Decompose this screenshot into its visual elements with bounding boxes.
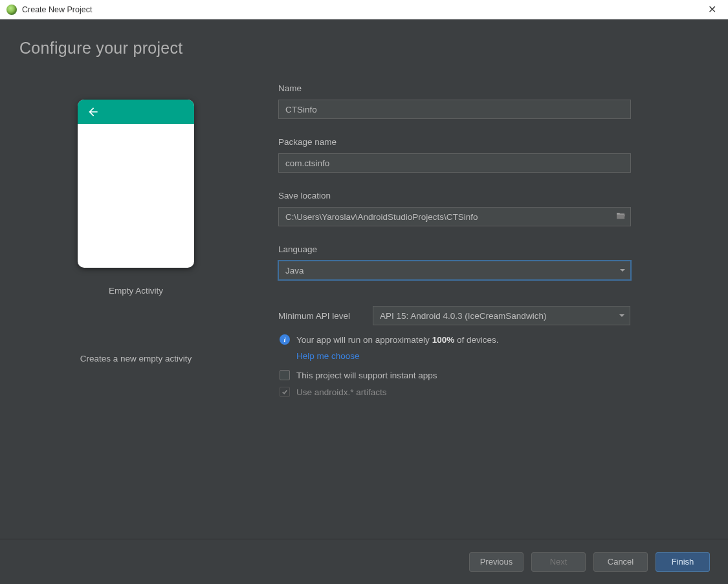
instant-apps-label: This project will support instant apps [296,371,437,380]
location-label: Save location [278,191,647,200]
api-level-select[interactable]: API 15: Android 4.0.3 (IceCreamSandwich) [373,306,630,325]
help-me-choose-link[interactable]: Help me choose [296,351,647,361]
previous-button[interactable]: Previous [469,552,524,572]
package-input[interactable] [278,153,631,173]
location-input[interactable] [278,207,631,226]
androidx-label: Use androidx.* artifacts [296,387,387,397]
titlebar: Create New Project ✕ [0,0,728,19]
language-label: Language [278,244,647,254]
instant-apps-checkbox-row[interactable]: This project will support instant apps [278,370,647,380]
chevron-down-icon [620,269,625,272]
cancel-button[interactable]: Cancel [593,552,648,572]
next-button: Next [531,552,586,572]
name-label: Name [278,83,647,93]
content-area: Configure your project Empty Activity Cr… [0,19,728,539]
window-title: Create New Project [22,5,92,14]
api-level-value: API 15: Android 4.0.3 (IceCreamSandwich) [380,311,546,321]
name-input[interactable] [278,100,631,119]
phone-preview-toolbar [78,100,194,124]
android-studio-icon [6,5,17,15]
language-select[interactable]: Java [278,261,631,280]
folder-open-icon[interactable] [615,211,626,222]
instant-apps-checkbox[interactable] [280,370,290,380]
coverage-text: Your app will run on approximately 100% … [296,335,498,345]
info-icon: i [280,334,290,345]
preview-panel: Empty Activity Creates a new empty activ… [19,83,252,404]
page-title: Configure your project [19,39,709,58]
phone-preview [78,100,194,268]
chevron-down-icon [619,314,624,317]
package-label: Package name [278,137,647,147]
preview-label: Empty Activity [109,286,163,296]
api-label: Minimum API level [278,311,362,321]
back-arrow-icon [87,105,100,118]
finish-button[interactable]: Finish [656,552,710,572]
form-panel: Name Package name Save location Language [278,83,647,404]
androidx-checkbox-row: Use androidx.* artifacts [278,387,647,397]
language-value: Java [285,266,304,276]
close-icon[interactable]: ✕ [703,2,722,17]
preview-description: Creates a new empty activity [80,354,192,363]
check-icon [281,389,288,395]
device-coverage-info: i Your app will run on approximately 100… [278,334,647,345]
androidx-checkbox [280,387,290,397]
footer-bar: Previous Next Cancel Finish [0,539,728,584]
